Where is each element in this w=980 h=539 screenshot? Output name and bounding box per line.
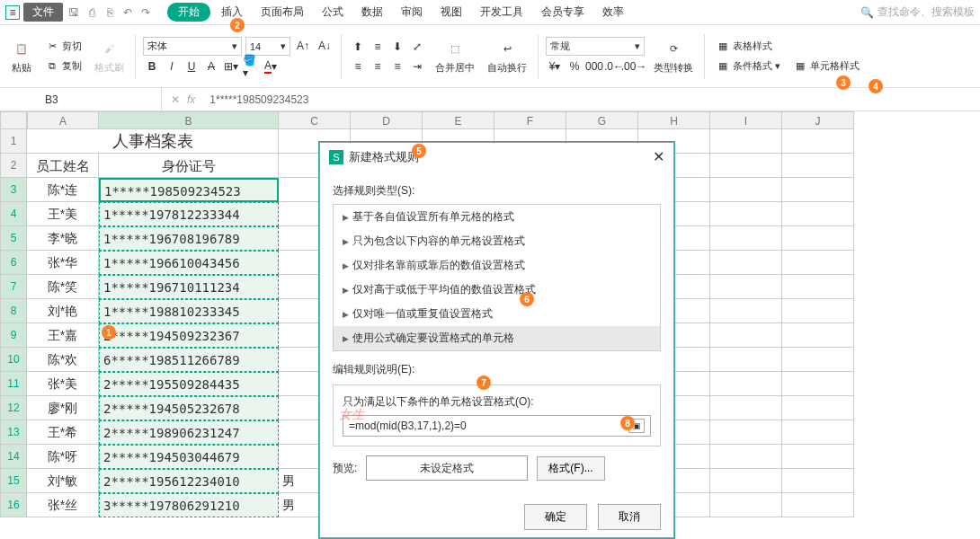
wrap-button[interactable]: ↩自动换行 xyxy=(484,34,530,78)
cell[interactable]: 陈*欢 xyxy=(27,348,99,372)
cell[interactable]: 张*华 xyxy=(27,251,99,275)
cancel-formula-icon[interactable]: ✕ xyxy=(171,93,180,106)
rule-item[interactable]: ▶基于各自值设置所有单元格的格式 xyxy=(334,205,660,229)
cell[interactable]: 陈*呀 xyxy=(27,445,99,469)
align-mid-icon[interactable]: ≡ xyxy=(369,38,387,56)
comma-icon[interactable]: 000 xyxy=(585,57,603,75)
column-header[interactable]: E xyxy=(423,111,494,129)
cell[interactable] xyxy=(782,420,854,445)
align-right-icon[interactable]: ≡ xyxy=(388,57,406,75)
cell[interactable] xyxy=(782,275,854,299)
column-header[interactable]: H xyxy=(638,111,710,129)
tab-view[interactable]: 视图 xyxy=(433,3,469,22)
cell[interactable]: 1*****198509234523 xyxy=(99,178,279,202)
merge-button[interactable]: ⬚合并居中 xyxy=(432,34,478,78)
tab-formula[interactable]: 公式 xyxy=(315,3,351,22)
command-search[interactable]: 🔍 查找命令、搜索模板 xyxy=(860,4,975,20)
cell[interactable]: 陈*连 xyxy=(27,178,99,202)
cell[interactable]: 2*****194503044679 xyxy=(99,445,279,469)
row-header[interactable]: 7 xyxy=(0,275,27,299)
column-header[interactable]: D xyxy=(351,111,423,129)
cell[interactable]: 张*丝 xyxy=(27,493,99,517)
cell[interactable] xyxy=(782,226,854,251)
row-header[interactable]: 15 xyxy=(0,469,27,493)
column-header[interactable]: A xyxy=(27,111,99,129)
align-left-icon[interactable]: ≡ xyxy=(349,57,367,75)
column-header[interactable]: I xyxy=(710,111,782,129)
cell[interactable] xyxy=(782,154,854,178)
cell[interactable] xyxy=(710,154,782,178)
row-header[interactable]: 12 xyxy=(0,396,27,420)
shrink-font-icon[interactable]: A↓ xyxy=(316,37,334,55)
ok-button[interactable]: 确定 xyxy=(524,504,587,530)
column-header[interactable]: F xyxy=(494,111,566,129)
rule-item[interactable]: ▶仅对唯一值或重复值设置格式 xyxy=(334,302,660,326)
formula-field[interactable]: =mod(mid(B3,17,1),2)=0 ▣ xyxy=(343,415,651,437)
cell[interactable] xyxy=(782,202,854,226)
dialog-close-button[interactable]: ✕ xyxy=(653,148,664,165)
cell[interactable] xyxy=(710,275,782,299)
format-button[interactable]: 格式(F)... xyxy=(537,456,604,481)
underline-button[interactable]: U xyxy=(183,57,200,75)
cell[interactable]: 人事档案表 xyxy=(27,129,279,154)
indent-icon[interactable]: ⇥ xyxy=(408,57,426,75)
orientation-icon[interactable]: ⤢ xyxy=(408,38,426,56)
cell[interactable]: 刘*敏 xyxy=(27,469,99,493)
cell[interactable] xyxy=(782,493,854,517)
font-size-select[interactable]: 14▾ xyxy=(245,37,290,56)
cell[interactable] xyxy=(782,469,854,493)
cell[interactable]: 廖*刚 xyxy=(27,396,99,420)
cell[interactable]: 王*美 xyxy=(27,202,99,226)
column-header[interactable]: B xyxy=(99,111,279,129)
cell[interactable]: 陈*笑 xyxy=(27,275,99,299)
cell[interactable] xyxy=(710,420,782,445)
formula-input[interactable]: 1*****198509234523 xyxy=(204,93,980,106)
align-top-icon[interactable]: ⬆ xyxy=(349,38,367,56)
redo-icon[interactable]: ↷ xyxy=(138,5,153,20)
cell[interactable]: 张*美 xyxy=(27,372,99,396)
strike-button[interactable]: A xyxy=(202,57,220,75)
dec-decimal-icon[interactable]: .00→ xyxy=(625,57,643,75)
cell[interactable]: 2*****194509232367 xyxy=(99,323,279,348)
row-header[interactable]: 9 xyxy=(0,323,27,348)
cell[interactable] xyxy=(710,469,782,493)
cell[interactable] xyxy=(782,348,854,372)
row-header[interactable]: 2 xyxy=(0,154,27,178)
cell[interactable]: 李*晓 xyxy=(27,226,99,251)
cell[interactable] xyxy=(782,323,854,348)
row-header[interactable]: 16 xyxy=(0,493,27,517)
table-style-button[interactable]: ▦表格样式 xyxy=(712,38,863,56)
cond-format-button[interactable]: ▦条件格式▾ xyxy=(712,57,784,75)
name-box[interactable]: B3 xyxy=(0,88,162,110)
type-convert-button[interactable]: ⟳类型转换 xyxy=(650,34,697,78)
format-painter-button[interactable]: 🖌 格式刷 xyxy=(91,34,128,78)
cut-button[interactable]: ✂剪切 xyxy=(41,38,85,56)
preview-icon[interactable]: ⎘ xyxy=(102,5,117,20)
cell[interactable] xyxy=(710,226,782,251)
rule-item[interactable]: ▶仅对高于或低于平均值的数值设置格式 xyxy=(334,278,660,302)
cell[interactable] xyxy=(710,129,782,154)
fill-color-button[interactable]: 🪣▾ xyxy=(242,57,260,75)
cell[interactable] xyxy=(782,251,854,275)
save-icon[interactable]: 🖫 xyxy=(67,5,81,20)
bold-button[interactable]: B xyxy=(143,57,161,75)
cell[interactable] xyxy=(782,299,854,323)
font-color-button[interactable]: A▾ xyxy=(262,57,280,75)
cell[interactable]: 3*****197806291210 xyxy=(99,493,279,517)
cell[interactable] xyxy=(782,445,854,469)
cell[interactable] xyxy=(710,202,782,226)
fx-icon[interactable]: fx xyxy=(187,93,195,106)
row-header[interactable]: 3 xyxy=(0,178,27,202)
cell[interactable] xyxy=(710,348,782,372)
tab-review[interactable]: 审阅 xyxy=(394,3,430,22)
cell[interactable]: 王*嘉 xyxy=(27,323,99,348)
cell[interactable]: 2*****194505232678 xyxy=(99,396,279,420)
number-format-select[interactable]: 常规▾ xyxy=(546,37,645,56)
cell[interactable] xyxy=(782,129,854,154)
percent-icon[interactable]: % xyxy=(566,57,584,75)
cell[interactable] xyxy=(710,178,782,202)
undo-icon[interactable]: ↶ xyxy=(120,5,135,20)
tab-efficiency[interactable]: 效率 xyxy=(595,3,631,22)
row-header[interactable]: 14 xyxy=(0,445,27,469)
cell[interactable] xyxy=(710,323,782,348)
